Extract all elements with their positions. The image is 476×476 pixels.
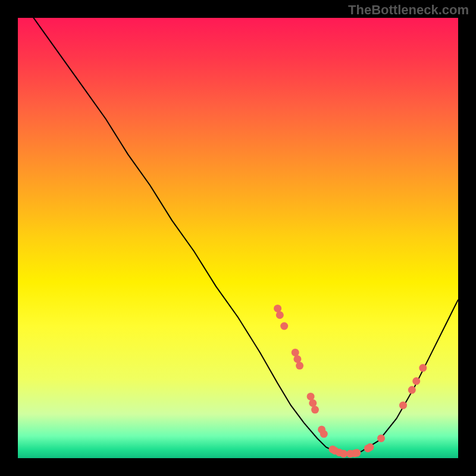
data-marker	[320, 430, 328, 438]
data-marker	[311, 406, 319, 414]
data-marker	[399, 402, 407, 409]
data-marker	[377, 434, 385, 442]
data-marker	[280, 322, 288, 330]
data-marker	[419, 364, 427, 372]
chart-overlay	[18, 18, 458, 458]
data-marker	[296, 362, 303, 369]
data-marker	[293, 355, 301, 363]
data-marker	[408, 386, 416, 394]
curve-line	[18, 18, 458, 454]
data-marker	[309, 399, 317, 407]
data-marker	[292, 349, 299, 356]
data-marker	[276, 311, 284, 319]
data-marker	[412, 377, 420, 385]
data-marker	[340, 450, 347, 458]
data-marker	[274, 305, 281, 312]
data-marker	[353, 449, 361, 457]
data-marker	[307, 393, 315, 400]
data-marker	[367, 443, 374, 451]
watermark-text: TheBottleneck.com	[348, 2, 469, 18]
plot-area	[18, 18, 458, 458]
curve-markers	[274, 305, 427, 458]
